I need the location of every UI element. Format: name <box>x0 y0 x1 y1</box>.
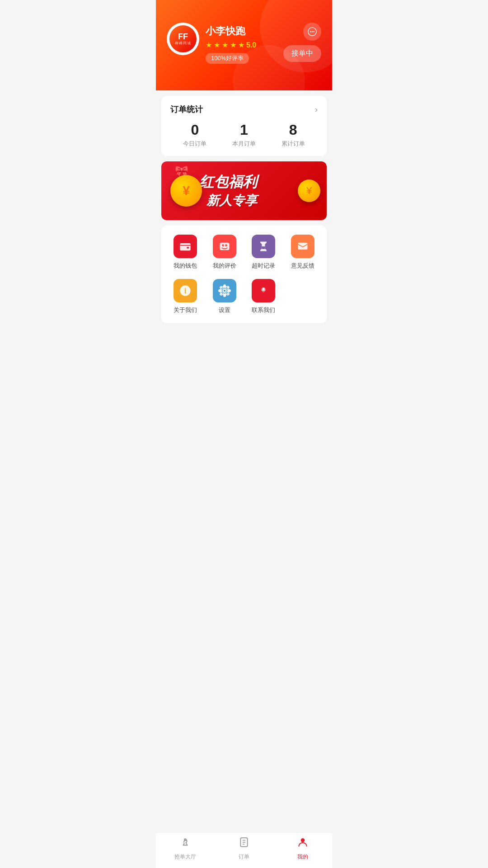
menu-item-about[interactable]: i 关于我们 <box>166 279 205 314</box>
contact-icon <box>252 279 275 302</box>
wallet-label: 我的钱包 <box>174 262 197 270</box>
star-2: ★ <box>214 41 220 49</box>
big-coin: ¥ <box>170 175 202 207</box>
star-4: ★ <box>230 41 236 49</box>
month-orders: 1 本月订单 <box>232 122 256 148</box>
overtime-icon <box>252 235 275 258</box>
total-orders: 8 累计订单 <box>282 122 305 148</box>
menu-item-feedback[interactable]: 意见反馈 <box>283 235 323 270</box>
stats-title: 订单统计 <box>170 104 203 115</box>
star-1: ★ <box>206 41 212 49</box>
menu-grid: 我的钱包 我的评价 超时记录 <box>166 235 322 314</box>
settings-icon <box>213 279 236 302</box>
svg-point-7 <box>222 245 224 247</box>
svg-point-17 <box>265 289 266 290</box>
settings-label: 设置 <box>219 306 230 314</box>
today-label: 今日订单 <box>183 140 206 148</box>
about-label: 关于我们 <box>174 306 197 314</box>
today-count: 0 <box>183 122 206 138</box>
user-name: 小李快跑 <box>206 24 256 38</box>
menu-item-wallet[interactable]: 我的钱包 <box>166 235 205 270</box>
svg-point-2 <box>312 31 313 33</box>
banner-left-decor: ¥ <box>161 161 216 220</box>
svg-point-3 <box>313 31 314 33</box>
svg-point-1 <box>310 31 311 33</box>
contact-label: 联系我们 <box>252 306 275 314</box>
month-label: 本月订单 <box>232 140 256 148</box>
menu-item-contact[interactable]: 联系我们 <box>244 279 283 314</box>
wallet-icon <box>174 235 197 258</box>
svg-rect-5 <box>187 247 189 249</box>
star-3: ★ <box>222 41 228 49</box>
svg-rect-10 <box>298 243 307 250</box>
month-count: 1 <box>232 122 256 138</box>
feedback-icon <box>291 235 314 258</box>
today-orders: 0 今日订单 <box>183 122 206 148</box>
menu-item-review[interactable]: 我的评价 <box>205 235 244 270</box>
svg-text:i: i <box>184 287 187 295</box>
review-label: 我的评价 <box>213 262 236 270</box>
promo-banner[interactable]: 🎀 ¥ 红包福利 新人专享 ¥ <box>161 161 327 220</box>
total-label: 累计订单 <box>282 140 305 148</box>
status-badge[interactable]: 接单中 <box>283 45 321 62</box>
menu-item-settings[interactable]: 设置 <box>205 279 244 314</box>
message-icon[interactable] <box>303 23 321 41</box>
rating-score: 5.0 <box>246 41 256 49</box>
svg-point-16 <box>262 289 263 290</box>
review-icon <box>213 235 236 258</box>
svg-point-0 <box>308 28 316 36</box>
profile-header: FF 峰峰同城 小李快跑 ★ ★ ★ ★ ★ 5.0 100%好评率 <box>156 0 332 90</box>
good-rate-badge: 100%好评率 <box>206 53 249 64</box>
about-icon: i <box>174 279 197 302</box>
menu-item-overtime[interactable]: 超时记录 <box>244 235 283 270</box>
svg-rect-4 <box>180 243 191 250</box>
stats-more-arrow[interactable]: › <box>315 105 318 114</box>
rating-row: ★ ★ ★ ★ ★ 5.0 <box>206 41 256 49</box>
svg-point-8 <box>225 245 227 247</box>
star-5: ★ <box>238 41 244 49</box>
svg-rect-9 <box>262 246 265 249</box>
overtime-label: 超时记录 <box>252 262 275 270</box>
menu-card: 我的钱包 我的评价 超时记录 <box>161 226 327 323</box>
stats-card: 订单统计 › 0 今日订单 1 本月订单 8 累计订单 <box>161 96 327 156</box>
stats-row: 0 今日订单 1 本月订单 8 累计订单 <box>170 122 318 148</box>
total-count: 8 <box>282 122 305 138</box>
small-coin: ¥ <box>298 179 320 202</box>
avatar[interactable]: FF 峰峰同城 <box>167 23 199 55</box>
feedback-label: 意见反馈 <box>291 262 314 270</box>
